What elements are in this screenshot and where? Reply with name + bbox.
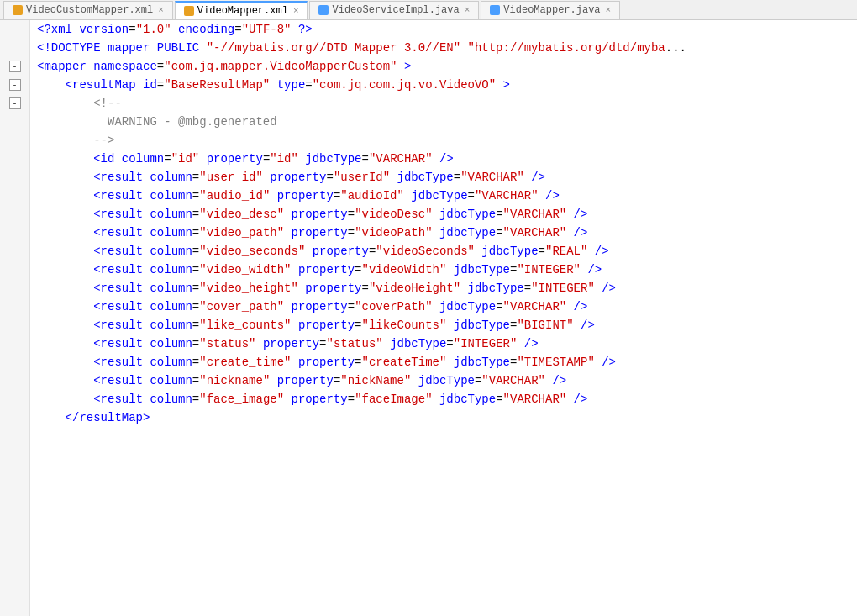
- close-icon[interactable]: ×: [158, 5, 164, 15]
- gutter-item-7: [0, 131, 30, 150]
- gutter-item-8: [0, 150, 30, 168]
- gutter-item-22: [0, 408, 30, 427]
- tab-label-3: VideoServiceImpl.java: [332, 4, 459, 16]
- gutter-item-13: [0, 242, 30, 261]
- line-comment-open: <!--: [37, 94, 857, 113]
- close-icon-3[interactable]: ×: [465, 5, 471, 15]
- tab-label: VideoCustomMapper.xml: [26, 4, 153, 16]
- line-xml-declaration: <?xml version="1.0" encoding="UTF-8" ?>: [37, 20, 857, 39]
- gutter-item-3[interactable]: -: [0, 57, 30, 76]
- gutter-item-9: [0, 168, 30, 187]
- gutter-item-15: [0, 279, 30, 297]
- gutter-item-17: [0, 316, 30, 334]
- line-warning-comment: WARNING - @mbg.generated: [37, 113, 857, 131]
- line-result-coverpath: <result column="cover_path" property="co…: [37, 297, 857, 316]
- gutter-item-6: [0, 113, 30, 131]
- gutter: - - -: [0, 20, 30, 616]
- line-mapper-open: <mapper namespace="com.jq.mapper.VideoMa…: [37, 57, 857, 76]
- line-comment-close: -->: [37, 131, 857, 150]
- line-resultmap-close: </resultMap>: [37, 408, 857, 427]
- line-result-faceimage: <result column="face_image" property="fa…: [37, 390, 857, 408]
- tab-videoserviceimpl[interactable]: VideoServiceImpl.java ×: [309, 1, 479, 19]
- gutter-item-11: [0, 205, 30, 224]
- tab-bar: VideoCustomMapper.xml × VideoMapper.xml …: [0, 0, 857, 20]
- line-doctype: <!DOCTYPE mapper PUBLIC "-//mybatis.org/…: [37, 39, 857, 57]
- gutter-item-18: [0, 334, 30, 353]
- gutter-item-5[interactable]: -: [0, 94, 30, 113]
- fold-icon-resultmap[interactable]: -: [9, 79, 21, 91]
- tab-icon-java: [318, 5, 329, 15]
- tab-icon-java2: [490, 5, 500, 15]
- editor-container: - - -: [0, 20, 857, 616]
- gutter-item-19: [0, 353, 30, 371]
- close-icon-4[interactable]: ×: [606, 5, 612, 15]
- gutter-item-1: [0, 20, 30, 39]
- tab-icon-xml2: [184, 6, 194, 16]
- line-result-videopath: <result column="video_path" property="vi…: [37, 224, 857, 242]
- code-area[interactable]: <?xml version="1.0" encoding="UTF-8" ?> …: [30, 20, 857, 616]
- gutter-item-20: [0, 371, 30, 390]
- line-result-videodesc: <result column="video_desc" property="vi…: [37, 205, 857, 224]
- tab-videomapper[interactable]: VideoMapper.xml ×: [175, 1, 308, 19]
- gutter-item-2: [0, 39, 30, 57]
- line-result-createtime: <result column="create_time" property="c…: [37, 353, 857, 371]
- line-result-videoheight: <result column="video_height" property="…: [37, 279, 857, 297]
- line-resultmap-open: <resultMap id="BaseResultMap" type="com.…: [37, 76, 857, 94]
- gutter-item-21: [0, 390, 30, 408]
- line-id-element: <id column="id" property="id" jdbcType="…: [37, 150, 857, 168]
- line-result-audioid: <result column="audio_id" property="audi…: [37, 187, 857, 205]
- line-result-userid: <result column="user_id" property="userI…: [37, 168, 857, 187]
- line-result-nickname: <result column="nickname" property="nick…: [37, 371, 857, 390]
- line-result-videowidth: <result column="video_width" property="v…: [37, 261, 857, 279]
- gutter-item-10: [0, 187, 30, 205]
- tab-label-4: VideoMapper.java: [503, 4, 600, 16]
- tab-label-2: VideoMapper.xml: [197, 5, 288, 17]
- fold-icon-comment[interactable]: -: [9, 97, 21, 109]
- gutter-item-12: [0, 224, 30, 242]
- gutter-item-16: [0, 297, 30, 316]
- line-result-likecounts: <result column="like_counts" property="l…: [37, 316, 857, 334]
- line-result-videoseconds: <result column="video_seconds" property=…: [37, 242, 857, 261]
- close-icon-2[interactable]: ×: [293, 6, 299, 16]
- gutter-item-4[interactable]: -: [0, 76, 30, 94]
- tab-icon-xml: [13, 5, 23, 15]
- tab-videocustommapper[interactable]: VideoCustomMapper.xml ×: [3, 1, 173, 19]
- line-result-status: <result column="status" property="status…: [37, 334, 857, 353]
- tab-videomapper-java[interactable]: VideoMapper.java ×: [481, 1, 620, 19]
- fold-icon-mapper[interactable]: -: [9, 61, 21, 72]
- gutter-item-14: [0, 261, 30, 279]
